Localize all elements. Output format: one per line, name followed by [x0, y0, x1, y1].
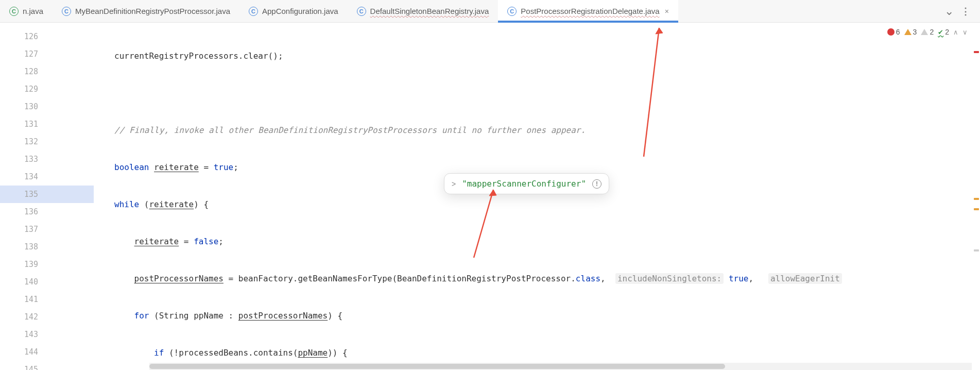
- code-line: reiterate = false;: [94, 233, 980, 250]
- java-class-icon: C: [357, 7, 366, 16]
- editor-tabs: C n.java C MyBeanDefinitionRegistryPostP…: [0, 0, 980, 23]
- weak-warnings-badge: 2: [921, 28, 934, 36]
- line-number: 135: [0, 186, 56, 203]
- close-icon[interactable]: ×: [665, 7, 669, 15]
- svg-line-2: [474, 190, 493, 258]
- warning-icon: [904, 29, 912, 35]
- errors-badge: 6: [887, 28, 900, 36]
- line-number: 137: [0, 221, 56, 238]
- line-number: 143: [0, 326, 56, 343]
- error-count: 6: [896, 28, 900, 36]
- tab-appconfig[interactable]: C AppConfiguration.java: [239, 0, 348, 23]
- error-stripe-mark[interactable]: [974, 51, 979, 53]
- chevron-down-icon[interactable]: ⌄: [944, 5, 954, 18]
- error-stripe-mark[interactable]: [974, 208, 979, 210]
- line-number: 134: [0, 168, 56, 186]
- java-class-icon: C: [507, 7, 517, 16]
- line-number: 145: [0, 361, 56, 370]
- error-icon: [887, 28, 895, 36]
- code-line: while (reiterate) {: [94, 196, 980, 213]
- line-number: 139: [0, 256, 56, 273]
- java-class-icon: C: [9, 7, 19, 16]
- line-number: 136: [0, 203, 56, 221]
- line-number: 129: [0, 80, 56, 98]
- code-line: // Finally, invoke all other BeanDefinit…: [94, 122, 980, 139]
- warning-count: 3: [913, 28, 917, 36]
- tab-defaultsingleton[interactable]: C DefaultSingletonBeanRegistry.java: [348, 0, 498, 23]
- breakpoint-column[interactable]: [56, 23, 94, 370]
- line-number: 142: [0, 308, 56, 326]
- error-stripe-mark[interactable]: [974, 249, 979, 251]
- svg-marker-3: [489, 190, 496, 196]
- code-area[interactable]: currentRegistryProcessors.clear(); // Fi…: [94, 23, 980, 370]
- line-gutter: 126 127 128 129 130 131 132 133 134 135 …: [0, 23, 56, 370]
- weak-warning-icon: [921, 29, 928, 35]
- scrollbar-thumb[interactable]: [149, 364, 725, 369]
- check-icon: [938, 28, 943, 36]
- tab-label: n.java: [23, 7, 43, 15]
- line-number: 128: [0, 63, 56, 80]
- line-number: 126: [0, 28, 56, 45]
- tab-partial[interactable]: C n.java: [0, 0, 53, 23]
- tab-mybean[interactable]: C MyBeanDefinitionRegistryPostProcessor.…: [53, 0, 239, 23]
- svg-marker-1: [656, 28, 663, 34]
- ok-count: 2: [945, 28, 949, 36]
- more-icon[interactable]: ⋮: [961, 6, 970, 17]
- error-stripe-mark[interactable]: [974, 198, 979, 200]
- info-icon[interactable]: !: [592, 179, 601, 189]
- code-line: for (String ppName : postProcessorNames)…: [94, 307, 980, 325]
- line-number: 140: [0, 273, 56, 291]
- problems-indicator[interactable]: 6 3 2 2 ∧ ∨: [887, 28, 968, 36]
- line-number: 133: [0, 150, 56, 168]
- ok-badge: 2: [938, 28, 949, 36]
- line-number: 131: [0, 115, 56, 133]
- weak-count: 2: [930, 28, 934, 36]
- java-class-icon: C: [62, 7, 71, 16]
- svg-line-0: [644, 28, 659, 157]
- tab-label: PostProcessorRegistrationDelegate.java: [521, 7, 659, 15]
- code-line: postProcessorNames = beanFactory.getBean…: [94, 270, 980, 288]
- horizontal-scrollbar[interactable]: [149, 363, 972, 370]
- prev-highlight-icon[interactable]: ∧: [953, 28, 958, 36]
- next-highlight-icon[interactable]: ∨: [962, 28, 968, 36]
- line-number: 144: [0, 343, 56, 361]
- warnings-badge: 3: [904, 28, 917, 36]
- line-number: 130: [0, 98, 56, 115]
- line-number: 141: [0, 291, 56, 308]
- code-line: currentRegistryProcessors.clear();: [94, 47, 980, 65]
- line-number: 127: [0, 45, 56, 63]
- tab-label: DefaultSingletonBeanRegistry.java: [370, 7, 489, 15]
- error-stripe[interactable]: [973, 23, 980, 370]
- line-number: 138: [0, 238, 56, 256]
- java-class-icon: C: [249, 7, 258, 16]
- annotation-arrow: [469, 186, 505, 263]
- tab-label: AppConfiguration.java: [262, 7, 338, 15]
- expand-icon[interactable]: >: [452, 180, 456, 188]
- code-line: [94, 85, 980, 102]
- annotation-arrow: [639, 23, 669, 167]
- tab-actions: ⌄ ⋮: [944, 5, 980, 18]
- tab-postprocessor-active[interactable]: C PostProcessorRegistrationDelegate.java…: [498, 0, 678, 23]
- code-line: if (!processedBeans.contains(ppName)) {: [94, 344, 980, 362]
- tab-label: MyBeanDefinitionRegistryPostProcessor.ja…: [75, 7, 230, 15]
- line-number: 132: [0, 133, 56, 150]
